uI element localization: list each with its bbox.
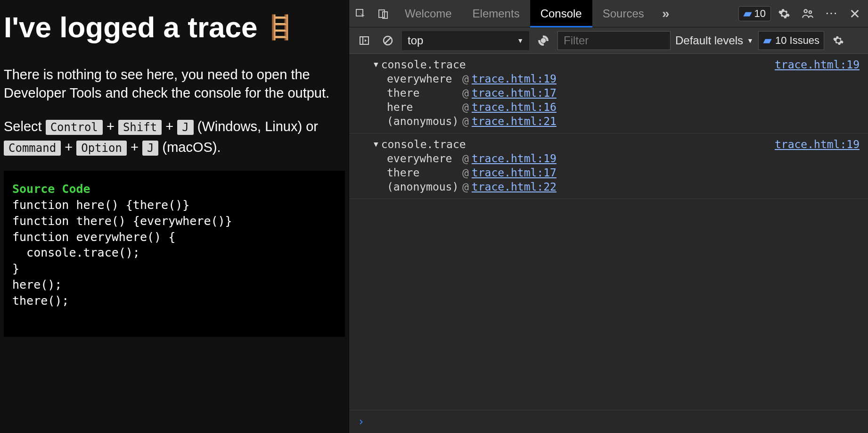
keys-end: (macOS). [163, 140, 221, 155]
console-toolbar: top ▼ Default levels ▼ ▰ 10 Issues [349, 27, 868, 54]
frame-source-link[interactable]: trace.html:19 [472, 73, 557, 85]
disclosure-triangle-icon[interactable]: ▼ [374, 140, 378, 149]
demo-page: I've logged a trace 🪜 There is nothing t… [0, 0, 349, 433]
trace-header: ▼console.tracetrace.html:19 [349, 58, 868, 72]
key-j-2: J [142, 141, 158, 156]
trace-header: ▼console.tracetrace.html:19 [349, 137, 868, 151]
frame-function: (anonymous) [387, 181, 462, 193]
log-levels-dropdown[interactable]: Default levels ▼ [675, 34, 753, 47]
console-settings-gear-icon[interactable] [829, 35, 848, 46]
console-prompt[interactable]: › [349, 410, 868, 433]
trace-title: console.trace [381, 138, 466, 150]
frame-function: (anonymous) [387, 115, 462, 127]
trace-source-link[interactable]: trace.html:19 [775, 58, 860, 71]
messages-count: 10 [754, 8, 766, 20]
frame-at: @ [462, 152, 469, 165]
frame-at: @ [462, 101, 469, 113]
devtools-panel: Welcome Elements Console Sources » ▰ 10 … [349, 0, 868, 433]
frame-function: here [387, 101, 462, 113]
frame-function: everywhere [387, 73, 462, 85]
svg-point-7 [541, 38, 546, 43]
execution-context-value: top [408, 34, 423, 47]
frame-source-link[interactable]: trace.html:16 [472, 101, 557, 113]
svg-rect-5 [360, 37, 368, 44]
execution-context-dropdown[interactable]: top ▼ [402, 31, 529, 50]
issues-button[interactable]: ▰ 10 Issues [758, 31, 824, 50]
trace-group: ▼console.tracetrace.html:19everywhere@tr… [349, 54, 868, 133]
clear-console-icon[interactable] [378, 31, 397, 50]
frame-at: @ [462, 181, 469, 193]
source-code-title: Source Code [12, 182, 90, 196]
source-code-box: Source Code function here() {there()} fu… [4, 171, 345, 337]
frame-source-link[interactable]: trace.html:19 [472, 152, 557, 165]
message-icon: ▰ [744, 8, 752, 20]
source-code-body: function here() {there()} function there… [12, 198, 232, 308]
toggle-sidebar-icon[interactable] [355, 31, 374, 50]
console-output: ▼console.tracetrace.html:19everywhere@tr… [349, 54, 868, 410]
page-title-text: I've logged a trace [4, 10, 258, 44]
stack-frame: everywhere@trace.html:19 [349, 72, 868, 86]
key-shift: Shift [118, 120, 162, 135]
close-devtools-icon[interactable] [844, 3, 865, 24]
settings-gear-icon[interactable] [774, 3, 794, 24]
dropdown-triangle-icon: ▼ [517, 37, 524, 44]
trace-source-link[interactable]: trace.html:19 [775, 138, 860, 150]
stack-frame: everywhere@trace.html:19 [349, 151, 868, 166]
svg-point-3 [804, 9, 807, 12]
frame-at: @ [462, 73, 469, 85]
dropdown-triangle-icon: ▼ [747, 37, 753, 44]
tab-sources[interactable]: Sources [592, 0, 655, 27]
account-icon[interactable] [797, 3, 818, 24]
inspect-element-icon[interactable] [349, 0, 372, 27]
intro-text: There is nothing to see here, you need t… [4, 66, 345, 102]
frame-at: @ [462, 87, 469, 99]
message-icon: ▰ [763, 34, 771, 47]
tab-console[interactable]: Console [530, 0, 592, 27]
prompt-chevron-icon: › [358, 415, 364, 428]
frame-source-link[interactable]: trace.html:17 [472, 167, 557, 179]
device-toolbar-icon[interactable] [372, 0, 394, 27]
key-control: Control [46, 120, 103, 135]
key-option: Option [76, 141, 127, 156]
frame-at: @ [462, 115, 469, 127]
stack-frame: there@trace.html:17 [349, 166, 868, 180]
disclosure-triangle-icon[interactable]: ▼ [374, 60, 378, 69]
svg-point-4 [809, 11, 811, 13]
trace-title: console.trace [381, 58, 466, 71]
trace-group: ▼console.tracetrace.html:19everywhere@tr… [349, 133, 868, 199]
ladder-icon: 🪜 [265, 16, 295, 39]
log-levels-label: Default levels [675, 34, 743, 47]
frame-source-link[interactable]: trace.html:21 [472, 115, 557, 127]
key-j: J [177, 120, 193, 135]
messages-chip[interactable]: ▰ 10 [738, 6, 771, 21]
key-command: Command [4, 141, 61, 156]
kebab-menu-icon[interactable]: ⋯ [821, 3, 842, 24]
stack-frame: (anonymous)@trace.html:22 [349, 180, 868, 194]
filter-input[interactable] [557, 31, 671, 50]
more-tabs-icon[interactable]: » [655, 0, 677, 27]
keys-mid: (Windows, Linux) or [197, 119, 318, 134]
shortcut-instructions: Select Control + Shift + J (Windows, Lin… [4, 117, 345, 158]
frame-function: there [387, 87, 462, 99]
frame-source-link[interactable]: trace.html:22 [472, 181, 557, 193]
stack-frame: here@trace.html:16 [349, 100, 868, 114]
tab-elements[interactable]: Elements [462, 0, 530, 27]
live-expression-icon[interactable] [534, 31, 553, 50]
svg-rect-1 [379, 10, 385, 17]
frame-function: everywhere [387, 152, 462, 165]
page-title: I've logged a trace 🪜 [4, 10, 345, 44]
devtools-tabbar: Welcome Elements Console Sources » ▰ 10 … [349, 0, 868, 27]
stack-frame: (anonymous)@trace.html:21 [349, 114, 868, 128]
keys-prefix: Select [4, 119, 46, 134]
frame-function: there [387, 167, 462, 179]
issues-label: 10 Issues [775, 34, 819, 47]
stack-frame: there@trace.html:17 [349, 86, 868, 100]
frame-source-link[interactable]: trace.html:17 [472, 87, 557, 99]
frame-at: @ [462, 167, 469, 179]
tab-welcome[interactable]: Welcome [394, 0, 462, 27]
